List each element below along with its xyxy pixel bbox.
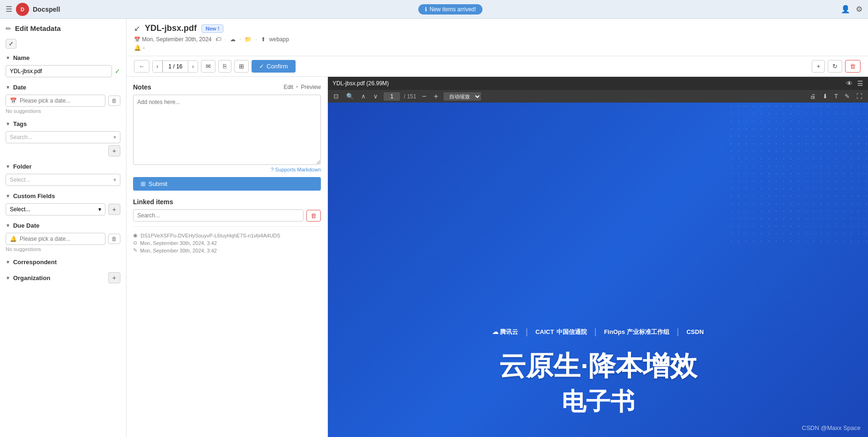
due-date-clear-button[interactable]: 🗑: [108, 234, 120, 244]
tags-add-button[interactable]: +: [108, 145, 120, 156]
pdf-title: YDL-jbsx.pdf (26.99M): [333, 80, 389, 87]
date-section-header[interactable]: ▼ Date: [6, 84, 120, 91]
notes-header: Notes Edit • Preview: [133, 83, 321, 91]
hash-icon: ◉: [133, 232, 138, 238]
pdf-print-button[interactable]: 🖨: [808, 92, 818, 101]
hamburger-icon[interactable]: ☰: [6, 5, 12, 14]
content-area: ↙ YDL-jbsx.pdf New ! 📅 Mon, September 30…: [126, 19, 868, 437]
pdf-page-input[interactable]: [384, 92, 400, 101]
pdf-toolbar: ⊡ 🔍 ∧ ∨ / 151 − + 自动缩放 🖨 ⬇ T ✎: [328, 90, 868, 103]
date-input-wrap[interactable]: 📅: [6, 95, 105, 107]
name-arrow-icon: ▼: [6, 55, 10, 60]
doc-tag-icon[interactable]: 🏷: [215, 36, 221, 43]
folder-section-header[interactable]: ▼ Folder: [6, 163, 120, 170]
refresh-button[interactable]: ↻: [828, 60, 842, 73]
settings-icon[interactable]: ⚙: [856, 5, 862, 14]
submit-label: Submit: [148, 180, 167, 187]
edit-metadata-icon: ✏: [6, 25, 11, 32]
tags-dropdown[interactable]: Search... ▾: [6, 131, 120, 143]
date-label: Date: [13, 84, 26, 91]
pdf-download-button[interactable]: ⬇: [821, 92, 830, 101]
user-icon[interactable]: 👤: [841, 5, 850, 14]
pdf-down-button[interactable]: ∨: [371, 92, 380, 101]
doc-footer: ◉ DS1PVeXSFPu-DVEHySouyvP-L6tuyHqhE7S-n1…: [133, 226, 321, 255]
page-navigator: ‹ ›: [152, 60, 198, 73]
custom-fields-arrow-icon: ▼: [6, 193, 10, 199]
pdf-up-button[interactable]: ∧: [359, 92, 368, 101]
organization-add-button[interactable]: +: [108, 272, 120, 283]
markdown-hint[interactable]: ? Supports Markdown: [133, 167, 321, 172]
pdf-text-select-button[interactable]: T: [832, 92, 840, 101]
date-input-row: 📅 🗑: [6, 95, 120, 107]
back-button[interactable]: ←: [134, 60, 149, 73]
notes-edit-link[interactable]: Edit: [283, 84, 293, 90]
custom-fields-add-button[interactable]: +: [108, 204, 120, 215]
left-panel: Notes Edit • Preview ? Supports Markdown…: [126, 77, 328, 437]
pdf-page-separator: / 151: [404, 93, 416, 100]
pdf-search-button[interactable]: 🔍: [344, 92, 356, 101]
correspondent-section: ▼ Correspondent: [6, 259, 120, 266]
pdf-menu-icon[interactable]: ☰: [857, 80, 863, 87]
organization-section: ▼ Organization +: [6, 272, 120, 283]
doc-source-text: webapp: [269, 36, 289, 43]
sidebar: ✏ Edit Metadata ⤢ ▼ Name ✓ ▼ Date 📅: [0, 19, 126, 437]
date-clear-button[interactable]: 🗑: [108, 96, 120, 106]
linked-trash-button[interactable]: 🗑: [306, 210, 321, 222]
new-items-button[interactable]: ℹ New items arrived!: [418, 4, 482, 15]
created-text: Mon, September 30th, 2024, 3:42: [140, 240, 217, 246]
pdf-panel-toggle[interactable]: ⊡: [332, 92, 341, 101]
doc-date-text: Mon, September 30th, 2024: [142, 36, 212, 43]
custom-fields-dropdown[interactable]: Select... ▾: [6, 203, 105, 215]
organization-label: Organization: [13, 274, 50, 281]
tags-dropdown-icon: ▾: [113, 134, 116, 141]
name-check-icon: ✓: [115, 67, 120, 75]
next-page-button[interactable]: ›: [188, 61, 198, 72]
name-section: ▼ Name ✓: [6, 54, 120, 77]
pdf-panel: YDL-jbsx.pdf (26.99M) 👁 ☰ ⊡ 🔍 ∧ ∨ / 151 …: [328, 77, 868, 437]
pdf-auto-zoom-select[interactable]: 自动缩放: [444, 92, 481, 101]
doc-calendar-icon: 📅: [134, 37, 141, 43]
topbar: ☰ D Docspell ℹ New items arrived! 👤 ⚙: [0, 0, 868, 19]
submit-button[interactable]: ⊞ Submit: [133, 177, 321, 191]
pdf-fullscreen-button[interactable]: ⛶: [854, 92, 864, 101]
folder-label: Folder: [13, 163, 32, 170]
new-badge: New !: [201, 24, 223, 33]
confirm-button[interactable]: ✓ Confirm: [252, 60, 296, 73]
due-date-input-wrap[interactable]: 🔔: [6, 233, 105, 245]
grid-button[interactable]: ⊞: [234, 60, 249, 73]
custom-fields-header[interactable]: ▼ Custom Fields: [6, 193, 120, 200]
doc-folder-icon[interactable]: 📁: [245, 36, 252, 43]
organization-header[interactable]: ▼ Organization +: [6, 272, 120, 283]
hash-text: DS1PVeXSFPu-DVEHySouyvP-L6tuyHqhE7S-n1vb…: [141, 233, 280, 238]
email-button[interactable]: ✉: [201, 60, 215, 73]
pdf-zoom-minus-button[interactable]: −: [420, 92, 428, 101]
linked-search-input[interactable]: [133, 209, 304, 222]
add-button[interactable]: +: [812, 60, 825, 73]
pdf-content: ☁ 腾讯云 | CAICT 中国信通院 | FinOps 产业标准工作组 | C…: [328, 103, 868, 437]
page-input[interactable]: [163, 61, 188, 72]
notes-preview-link[interactable]: Preview: [301, 84, 321, 90]
due-date-arrow-icon: ▼: [6, 223, 10, 228]
pdf-draw-button[interactable]: ✎: [843, 92, 852, 101]
date-section: ▼ Date 📅 🗑 No suggestions: [6, 84, 120, 114]
name-section-header[interactable]: ▼ Name: [6, 54, 120, 61]
pdf-zoom-plus-button[interactable]: +: [432, 92, 440, 101]
doc-source-icon[interactable]: ☁: [230, 36, 236, 43]
date-input[interactable]: [20, 97, 101, 104]
pdf-main-text: 云原生·降本增效: [499, 351, 697, 381]
delete-button[interactable]: 🗑: [845, 60, 861, 73]
correspondent-label: Correspondent: [13, 259, 57, 266]
pdf-eye-icon[interactable]: 👁: [846, 80, 853, 87]
copy-button[interactable]: ⎘: [218, 60, 231, 73]
prev-page-button[interactable]: ‹: [153, 61, 163, 72]
notes-textarea[interactable]: [133, 95, 321, 165]
pdf-logo-tencent: ☁ 腾讯云: [492, 328, 519, 336]
due-date-section-header[interactable]: ▼ Due Date: [6, 222, 120, 229]
expand-button[interactable]: ⤢: [6, 39, 16, 49]
correspondent-header[interactable]: ▼ Correspondent: [6, 259, 120, 266]
folder-dropdown[interactable]: Select... ▾: [6, 174, 120, 186]
custom-fields-row: Select... ▾ +: [6, 203, 120, 215]
name-input[interactable]: [6, 65, 112, 77]
tags-section-header[interactable]: ▼ Tags: [6, 120, 120, 127]
due-date-input[interactable]: [20, 236, 101, 242]
